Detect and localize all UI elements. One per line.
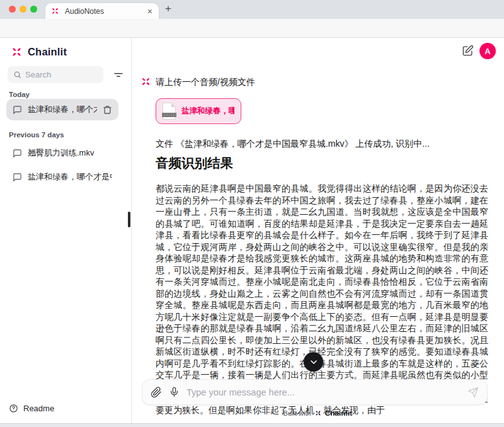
thread-item[interactable]: 翘臀肌力训练.mkv (6, 142, 118, 164)
tab-close-icon[interactable]: × (146, 7, 154, 16)
new-chat-icon[interactable] (462, 45, 474, 57)
built-with-text: Built with (284, 409, 311, 417)
filter-icon[interactable] (113, 69, 124, 81)
chainlit-footer-logo-icon (314, 409, 322, 417)
message-input[interactable] (186, 387, 461, 397)
window-bottom-edge (0, 423, 504, 427)
readme-link[interactable]: Readme (9, 404, 54, 413)
readme-label: Readme (23, 404, 54, 413)
thread-item-selected[interactable]: 盐津和绿春，哪个才是中... (6, 99, 118, 120)
search-row (8, 66, 124, 83)
screen: { "colors": { "brand_pink": "#F80061", "… (0, 0, 504, 427)
assistant-avatar-icon (140, 76, 152, 88)
chat-bubble-icon (13, 105, 22, 115)
audionotes-app: Chainlit Today 盐津和绿春，哪个才是中... Previous 7… (0, 38, 504, 423)
assistant-message: 请上传一个音频/视频文件 (156, 77, 255, 88)
scroll-to-bottom-button[interactable] (304, 352, 323, 372)
tab-title: AudioNotes (65, 7, 146, 16)
thread-title: 翘臀肌力训练.mkv (28, 147, 94, 159)
chevron-down-icon (309, 357, 319, 367)
chat-main: A 请上传一个音频/视频文件 盐津和绿春，哪... 文件 《盐津和绿春，哪个才是… (132, 38, 504, 423)
brand-wordmark: Chainlit (28, 46, 67, 58)
send-icon[interactable] (467, 387, 479, 398)
chat-bubble-icon (13, 149, 22, 158)
attachment-chip[interactable]: 盐津和绿春，哪... (156, 98, 241, 124)
browser-tab-audionotes[interactable]: AudioNotes × (45, 3, 159, 19)
user-avatar[interactable]: A (479, 43, 496, 59)
search-box[interactable] (8, 66, 103, 83)
microphone-icon[interactable] (169, 387, 180, 397)
section-label-today: Today (9, 91, 30, 98)
built-with-brand[interactable]: Chainlit (325, 409, 353, 417)
thread-title: 盐津和绿春，哪个才是中国... (28, 171, 112, 183)
window-minimize-button[interactable] (20, 6, 26, 13)
help-circle-icon (9, 404, 18, 413)
browser-tab-bar: AudioNotes × + (0, 0, 504, 19)
delete-thread-icon[interactable] (103, 105, 112, 115)
sidebar-resize-handle[interactable] (128, 212, 130, 227)
attach-file-icon[interactable] (151, 387, 162, 398)
result-heading: 音频识别结果 (156, 154, 233, 172)
window-close-button[interactable] (9, 6, 16, 13)
sidebar: Chainlit Today 盐津和绿春，哪个才是中... Previous 7… (0, 38, 132, 423)
chat-bubble-icon (13, 173, 22, 182)
search-input[interactable] (25, 70, 98, 79)
file-fold-corner (171, 103, 176, 107)
new-tab-button[interactable]: + (165, 3, 171, 15)
file-icon (163, 103, 176, 120)
message-composer (142, 379, 488, 405)
thread-title: 盐津和绿春，哪个才是中... (28, 104, 97, 115)
file-label-strip (162, 113, 176, 117)
chainlit-favicon-icon (50, 6, 60, 16)
brand-row: Chainlit (10, 45, 67, 59)
search-icon (13, 71, 21, 79)
upload-status-text: 文件 《盐津和绿春，哪个才是中国最窄县城.mkv》 上传成功, 识别中... (156, 139, 430, 150)
section-label-previous: Previous 7 days (9, 131, 64, 139)
thread-item[interactable]: 盐津和绿春，哪个才是中国... (6, 166, 118, 188)
browser-toolbar: ← localhost:15433/thread/ac63aab6-b626-4… (0, 19, 504, 38)
chainlit-logo-icon (10, 45, 23, 59)
window-zoom-button[interactable] (30, 6, 37, 13)
attachment-name: 盐津和绿春，哪... (181, 106, 234, 117)
built-with-footer: Built with Chainlit (132, 409, 504, 417)
